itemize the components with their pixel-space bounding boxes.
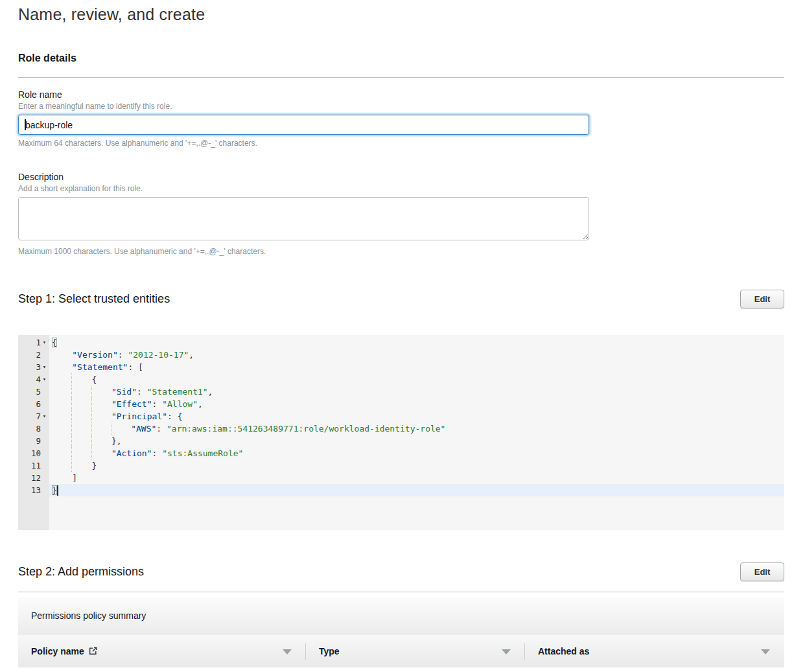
policy-attached-as-cell: Permissions policy — [525, 667, 784, 672]
step1-header: Step 1: Select trusted entities Edit — [18, 290, 784, 308]
section-divider — [18, 592, 784, 592]
code-line[interactable]: } — [49, 484, 784, 496]
policy-type-cell: AWS managed — [306, 667, 525, 672]
policy-name-cell: AmazonS3FullAccess — [18, 667, 306, 672]
code-line[interactable]: "Sid": "Statement1", — [49, 386, 784, 398]
filter-dropdown-icon[interactable] — [283, 649, 292, 655]
fold-arrow-icon[interactable]: ▾ — [41, 410, 48, 423]
trust-policy-code-editor[interactable]: 1▾23▾4▾567▾8910111213 {"Version": "2012-… — [18, 335, 784, 530]
policy-table-header: Policy name Type Attached as — [18, 634, 784, 667]
gutter-line-number: 10 — [18, 447, 49, 459]
gutter-line-number: 11 — [18, 459, 49, 472]
code-line[interactable]: "Principal": { — [49, 410, 784, 423]
code-line[interactable]: { — [49, 373, 784, 386]
gutter-line-number[interactable]: 3▾ — [18, 361, 49, 373]
column-header-type: Type — [306, 634, 525, 667]
code-line[interactable]: "Version": "2012-10-17", — [49, 349, 784, 361]
table-row: AmazonS3FullAccess AWS managed Permissio… — [18, 667, 784, 672]
code-line[interactable]: } — [49, 459, 784, 472]
page-container: Name, review, and create Role details Ro… — [18, 5, 784, 672]
role-name-input[interactable] — [18, 115, 589, 135]
role-details-heading: Role details — [18, 52, 784, 64]
column-header-policy-name: Policy name — [18, 634, 306, 667]
code-line[interactable]: "Effect": "Allow", — [49, 398, 784, 410]
code-line[interactable]: }, — [49, 435, 784, 447]
description-label: Description — [18, 172, 784, 182]
filter-dropdown-icon[interactable] — [761, 649, 770, 655]
text-caret — [25, 119, 26, 130]
code-lines[interactable]: {"Version": "2012-10-17","Statement": [{… — [49, 335, 784, 530]
gutter-line-number: 2 — [18, 349, 49, 361]
description-constraint: Maximum 1000 characters. Use alphanumeri… — [18, 247, 784, 256]
page-title: Name, review, and create — [18, 5, 784, 24]
code-line[interactable]: "Statement": [ — [49, 361, 784, 373]
role-name-helper: Enter a meaningful name to identify this… — [18, 102, 784, 111]
code-line[interactable]: "AWS": "arn:aws:iam::541263489771:role/w… — [49, 423, 784, 435]
step1-edit-button[interactable]: Edit — [740, 290, 784, 308]
description-textarea[interactable] — [18, 197, 589, 240]
gutter-line-number: 12 — [18, 472, 49, 484]
permissions-panel-title: Permissions policy summary — [31, 610, 146, 621]
description-field: Description Add a short explanation for … — [18, 172, 784, 256]
code-gutter: 1▾23▾4▾567▾8910111213 — [18, 335, 49, 530]
gutter-line-number: 6 — [18, 398, 49, 410]
description-helper: Add a short explanation for this role. — [18, 184, 784, 193]
step2-title: Step 2: Add permissions — [18, 565, 144, 579]
text-caret — [57, 485, 58, 496]
code-line[interactable]: { — [49, 336, 784, 349]
section-divider — [18, 77, 784, 78]
role-name-label: Role name — [18, 89, 784, 100]
fold-arrow-icon[interactable]: ▾ — [41, 361, 48, 373]
code-line[interactable]: ] — [49, 472, 784, 484]
role-name-field: Role name Enter a meaningful name to ide… — [18, 89, 784, 148]
gutter-line-number: 8 — [18, 423, 49, 435]
gutter-line-number: 5 — [18, 386, 49, 398]
code-line[interactable]: "Action": "sts:AssumeRole" — [49, 447, 784, 459]
role-name-constraint: Maximum 64 characters. Use alphanumeric … — [18, 139, 784, 148]
column-header-attached-as: Attached as — [525, 634, 784, 667]
permissions-panel-header: Permissions policy summary — [18, 597, 784, 634]
gutter-line-number[interactable]: 7▾ — [18, 410, 49, 423]
gutter-line-number[interactable]: 1▾ — [18, 336, 49, 349]
fold-arrow-icon[interactable]: ▾ — [41, 336, 48, 349]
gutter-line-number[interactable]: 4▾ — [18, 373, 49, 386]
external-link-icon — [89, 647, 97, 655]
step1-title: Step 1: Select trusted entities — [18, 292, 170, 306]
fold-arrow-icon[interactable]: ▾ — [41, 373, 48, 386]
step2-edit-button[interactable]: Edit — [740, 562, 784, 581]
permissions-panel: Permissions policy summary Policy name T… — [18, 597, 784, 672]
filter-dropdown-icon[interactable] — [502, 649, 511, 655]
gutter-line-number: 13 — [18, 484, 49, 496]
gutter-line-number: 9 — [18, 435, 49, 447]
step2-header: Step 2: Add permissions Edit — [18, 562, 784, 581]
